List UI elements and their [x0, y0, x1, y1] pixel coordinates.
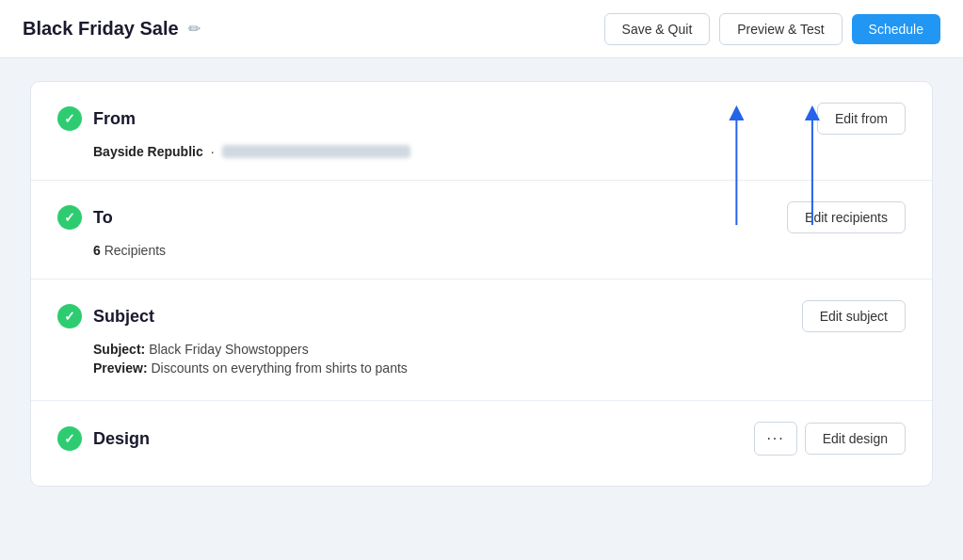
to-check-icon — [57, 205, 82, 230]
recipients-count: 6 Recipients — [93, 243, 166, 258]
from-section-header: From Edit from — [57, 103, 906, 135]
design-label: Design — [93, 429, 150, 449]
subject-value: Black Friday Showstoppers — [149, 342, 309, 357]
recipients-number: 6 — [93, 243, 101, 258]
main-content: From Edit from Bayside Republic · To Edi… — [0, 58, 963, 509]
to-label: To — [93, 208, 113, 228]
to-section-header: To Edit recipients — [57, 201, 906, 233]
design-title-group: Design — [57, 426, 150, 451]
from-label: From — [93, 109, 136, 129]
from-content: Bayside Republic · — [57, 144, 906, 159]
schedule-button[interactable]: Schedule — [852, 14, 940, 44]
app-header: Black Friday Sale ✏ Save & Quit Preview … — [0, 0, 963, 58]
subject-title-group: Subject — [57, 304, 154, 328]
from-check-icon — [57, 106, 82, 131]
preview-value: Discounts on everything from shirts to p… — [151, 360, 407, 376]
subject-line: Subject: Black Friday Showstoppers — [93, 342, 906, 357]
design-section: Design ··· Edit design — [31, 401, 932, 486]
subject-section: Subject Edit subject Subject: Black Frid… — [31, 280, 932, 401]
design-check-icon — [57, 426, 82, 451]
from-section: From Edit from Bayside Republic · — [31, 82, 932, 181]
to-content: 6 Recipients — [57, 243, 906, 258]
page-title: Black Friday Sale — [23, 18, 179, 40]
save-quit-button[interactable]: Save & Quit — [604, 13, 711, 45]
to-title-group: To — [57, 205, 113, 230]
preview-line: Preview: Discounts on everything from sh… — [93, 360, 906, 376]
preview-prefix: Preview: — [93, 360, 148, 376]
subject-check-icon — [57, 304, 82, 328]
to-section: To Edit recipients 6 Recipients — [31, 181, 932, 280]
design-buttons-group: ··· Edit design — [754, 422, 906, 456]
campaign-card: From Edit from Bayside Republic · To Edi… — [30, 81, 933, 487]
sender-separator: · — [211, 144, 215, 159]
header-actions: Save & Quit Preview & Test Schedule — [604, 13, 940, 45]
sender-row: Bayside Republic · — [93, 144, 906, 159]
preview-test-button[interactable]: Preview & Test — [719, 13, 842, 45]
edit-design-button[interactable]: Edit design — [805, 423, 906, 455]
edit-subject-button[interactable]: Edit subject — [802, 300, 906, 332]
header-left: Black Friday Sale ✏ — [23, 18, 201, 40]
sender-name: Bayside Republic — [93, 144, 203, 159]
subject-section-header: Subject Edit subject — [57, 300, 906, 332]
sender-email-blurred — [222, 145, 410, 158]
edit-from-button[interactable]: Edit from — [817, 103, 906, 135]
from-title-group: From — [57, 106, 136, 131]
subject-content: Subject: Black Friday Showstoppers Previ… — [57, 342, 906, 376]
edit-title-icon[interactable]: ✏ — [188, 20, 201, 38]
subject-prefix: Subject: — [93, 342, 145, 357]
design-section-header: Design ··· Edit design — [57, 422, 906, 456]
design-more-button[interactable]: ··· — [754, 422, 796, 456]
recipients-label: Recipients — [104, 243, 166, 258]
subject-label: Subject — [93, 307, 154, 327]
edit-recipients-button[interactable]: Edit recipients — [787, 201, 906, 233]
